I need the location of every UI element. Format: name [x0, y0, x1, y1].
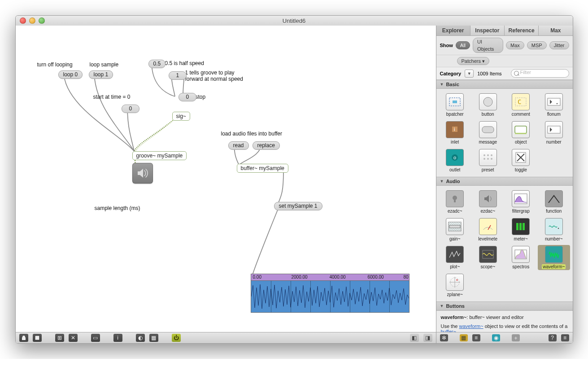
- pi-zplane[interactable]: zplane~: [439, 273, 471, 298]
- speaker-icon: [136, 166, 149, 180]
- msg-0-5[interactable]: 0.5: [148, 60, 166, 68]
- category-dropdown[interactable]: ▼: [465, 70, 474, 78]
- info-button[interactable]: i: [113, 334, 122, 342]
- pi-gain[interactable]: gain~: [439, 217, 471, 242]
- snap-button[interactable]: ✕: [69, 334, 78, 342]
- svg-rect-14: [548, 126, 560, 133]
- pi-plot[interactable]: plot~: [439, 245, 471, 270]
- ezdac-speaker[interactable]: [132, 163, 153, 184]
- section-buttons[interactable]: Buttons: [436, 301, 573, 310]
- filter-row-2: Patchers ▾: [436, 55, 573, 67]
- pi-filtergraph[interactable]: filtergrap: [505, 189, 537, 214]
- zoom-button-tb[interactable]: ◐: [136, 334, 145, 342]
- filter-max[interactable]: Max: [506, 41, 524, 49]
- pi-inlet[interactable]: iinlet: [439, 120, 471, 145]
- pi-message[interactable]: message: [472, 120, 504, 145]
- help-link-buffer[interactable]: buffer~: [441, 329, 456, 332]
- pi-outlet[interactable]: ooutlet: [439, 148, 471, 173]
- sb-gear-button[interactable]: ✻: [440, 334, 448, 341]
- svg-point-8: [556, 103, 558, 105]
- msg-loop-0[interactable]: loop 0: [58, 70, 83, 79]
- comment-sample-length: sample length (ms): [95, 205, 140, 211]
- patcher-canvas[interactable]: turn off looping loop sample 0.5 is half…: [16, 26, 436, 332]
- titlebar[interactable]: Untitled6: [16, 16, 573, 26]
- svg-point-17: [483, 154, 485, 156]
- sb-eye-button[interactable]: ◉: [492, 334, 500, 341]
- sb-help-button[interactable]: ?: [549, 334, 557, 341]
- tab-explorer[interactable]: Explorer: [436, 26, 470, 35]
- pi-meter[interactable]: meter~: [505, 217, 537, 242]
- tab-reference[interactable]: Reference: [505, 26, 539, 35]
- sidebar-left-toggle[interactable]: ◧: [410, 334, 419, 342]
- filter-msp[interactable]: MSP: [527, 41, 547, 49]
- waveform-display[interactable]: 0.00 2000.00 4000.00 6000.00 80: [251, 274, 409, 313]
- filter-all[interactable]: All: [456, 41, 470, 49]
- msg-loop-1[interactable]: loop 1: [89, 70, 113, 79]
- pi-ezdac[interactable]: ezdac~: [472, 189, 504, 214]
- pi-scope[interactable]: scope~: [472, 245, 504, 270]
- pi-object[interactable]: object: [505, 120, 537, 145]
- pi-ezadc[interactable]: ezadc~: [439, 189, 471, 214]
- pi-waveform[interactable]: waveform~: [538, 245, 570, 270]
- tab-inspector[interactable]: Inspector: [470, 26, 505, 35]
- filter-jitter[interactable]: Jitter: [549, 41, 569, 49]
- msg-set-sample[interactable]: set mySample 1: [274, 202, 322, 210]
- comment-stop: stop: [196, 94, 206, 100]
- help-link-waveform[interactable]: waveform~: [459, 323, 483, 329]
- svg-rect-11: [482, 127, 494, 133]
- new-object-button[interactable]: [33, 334, 42, 342]
- sb-grid-button[interactable]: ▦: [460, 334, 468, 341]
- pi-button[interactable]: button: [472, 92, 504, 118]
- palette-basic: bpatcher button Ccomment flonum iinlet m…: [436, 89, 573, 177]
- sidebar-right-toggle[interactable]: ◨: [423, 334, 432, 342]
- audio-power-button[interactable]: ⏻: [172, 334, 181, 342]
- pi-preset[interactable]: preset: [472, 148, 504, 173]
- grid-view-button[interactable]: ▦: [149, 334, 158, 342]
- msg-0-start[interactable]: 0: [122, 105, 140, 113]
- svg-rect-7: [548, 98, 560, 105]
- svg-point-19: [491, 154, 492, 156]
- svg-point-18: [487, 154, 489, 156]
- presentation-button[interactable]: ▭: [91, 334, 100, 342]
- lock-button[interactable]: [19, 334, 28, 342]
- msg-read[interactable]: read: [228, 141, 249, 150]
- svg-rect-25: [454, 200, 456, 202]
- minimize-button[interactable]: [29, 17, 35, 24]
- obj-buffer[interactable]: buffer~ mySample: [237, 164, 289, 173]
- pi-levelmeter[interactable]: levelmete: [472, 217, 504, 242]
- section-audio[interactable]: Audio: [436, 177, 573, 186]
- pi-function[interactable]: function: [538, 189, 570, 214]
- obj-sig[interactable]: sig~: [172, 112, 190, 121]
- sb-menu-button[interactable]: ≡: [561, 334, 569, 341]
- msg-0-stop[interactable]: 0: [179, 93, 197, 101]
- close-button[interactable]: [20, 17, 26, 24]
- tab-max[interactable]: Max: [539, 26, 572, 35]
- svg-point-4: [483, 97, 492, 106]
- obj-groove[interactable]: groove~ mySample: [132, 151, 187, 160]
- pi-toggle[interactable]: toggle: [505, 148, 537, 173]
- comment-half-speed: 0.5 is half speed: [165, 60, 204, 66]
- grid-toggle-button[interactable]: ⊞: [55, 334, 64, 342]
- filter-patchers[interactable]: Patchers ▾: [457, 57, 489, 65]
- section-basic[interactable]: Basic: [436, 80, 573, 89]
- search-input[interactable]: Filter: [511, 69, 569, 78]
- sidebar-tabs: Explorer Inspector Reference Max: [436, 26, 573, 36]
- zoom-button[interactable]: [39, 17, 45, 24]
- pi-spectroscope[interactable]: spectros: [505, 245, 537, 270]
- filter-ui-objects[interactable]: UI Objects: [473, 38, 503, 53]
- pi-flonum[interactable]: flonum: [538, 92, 570, 118]
- pi-comment[interactable]: Ccomment: [505, 92, 537, 118]
- svg-text:i: i: [454, 127, 455, 132]
- category-label: Category: [440, 71, 462, 76]
- waveform-body[interactable]: [251, 281, 409, 312]
- msg-1[interactable]: 1: [169, 71, 187, 80]
- pi-bpatcher[interactable]: bpatcher: [439, 92, 471, 118]
- svg-text:o: o: [453, 155, 456, 160]
- pi-numbertilde[interactable]: number~: [538, 217, 570, 242]
- sb-add-button[interactable]: ＋: [512, 334, 520, 341]
- msg-replace[interactable]: replace: [253, 141, 280, 150]
- svg-point-24: [453, 196, 457, 200]
- sb-list-button[interactable]: ≡: [472, 334, 480, 341]
- pi-number[interactable]: number: [538, 120, 570, 145]
- app-window: Untitled6: [15, 15, 573, 344]
